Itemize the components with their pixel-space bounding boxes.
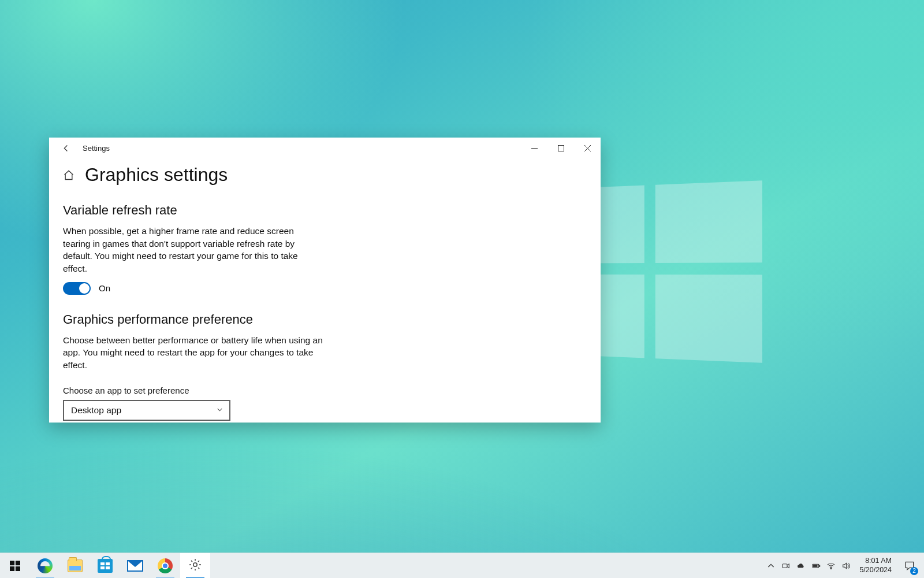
taskbar-clock[interactable]: 8:01 AM 5/20/2024 — [854, 554, 897, 577]
svg-rect-8 — [819, 565, 820, 566]
back-button[interactable] — [57, 139, 74, 157]
svg-rect-9 — [814, 565, 818, 566]
svg-rect-0 — [558, 145, 564, 151]
microsoft-store-icon — [98, 559, 113, 573]
action-center-button[interactable]: 2 — [897, 553, 922, 579]
vrr-description: When possible, get a higher frame rate a… — [63, 225, 317, 275]
gear-icon — [188, 558, 202, 574]
chrome-icon — [158, 558, 173, 573]
taskbar: 8:01 AM 5/20/2024 2 — [0, 553, 924, 578]
volume-icon[interactable] — [839, 553, 854, 579]
app-type-select[interactable]: Desktop app — [63, 400, 230, 421]
vrr-toggle[interactable] — [63, 282, 91, 295]
choose-app-label: Choose an app to set preference — [63, 386, 587, 395]
meet-now-icon[interactable] — [778, 553, 793, 579]
taskbar-app-edge[interactable] — [30, 553, 60, 579]
taskbar-app-chrome[interactable] — [150, 553, 180, 579]
desktop: Settings Grap — [0, 0, 924, 578]
perf-description: Choose between better performance or bat… — [63, 334, 329, 372]
svg-point-5 — [193, 562, 197, 566]
battery-icon[interactable] — [808, 553, 824, 579]
taskbar-app-microsoft-store[interactable] — [90, 553, 120, 579]
page-title: Graphics settings — [85, 164, 228, 186]
taskbar-app-mail[interactable] — [120, 553, 150, 579]
perf-heading: Graphics performance preference — [63, 312, 587, 327]
taskbar-app-file-explorer[interactable] — [60, 553, 90, 579]
file-explorer-icon — [68, 560, 83, 572]
edge-icon — [38, 558, 53, 573]
window-title: Settings — [83, 144, 110, 153]
titlebar[interactable]: Settings — [49, 138, 601, 158]
show-hidden-icons[interactable] — [763, 553, 778, 579]
home-icon[interactable] — [63, 169, 74, 181]
vrr-heading: Variable refresh rate — [63, 203, 587, 218]
notification-badge: 2 — [910, 567, 918, 575]
wifi-icon[interactable] — [824, 553, 839, 579]
onedrive-icon[interactable] — [793, 553, 808, 579]
mail-icon — [127, 560, 143, 572]
minimize-button[interactable] — [521, 138, 547, 158]
taskbar-time: 8:01 AM — [859, 557, 892, 566]
maximize-button[interactable] — [547, 138, 574, 158]
svg-rect-2 — [16, 561, 20, 565]
settings-content: Graphics settings Variable refresh rate … — [49, 158, 601, 421]
svg-rect-6 — [783, 564, 787, 568]
chevron-down-icon — [216, 405, 223, 416]
close-button[interactable] — [574, 138, 601, 158]
app-type-select-value: Desktop app — [71, 405, 121, 416]
settings-window: Settings Grap — [49, 138, 601, 423]
svg-rect-4 — [16, 566, 20, 570]
svg-point-10 — [831, 568, 832, 569]
svg-rect-3 — [10, 566, 14, 570]
window-controls — [521, 138, 601, 158]
taskbar-date: 5/20/2024 — [859, 566, 892, 575]
vrr-toggle-label: On — [99, 283, 110, 293]
taskbar-app-settings[interactable] — [180, 553, 210, 579]
start-button[interactable] — [0, 553, 30, 579]
svg-rect-1 — [10, 561, 14, 565]
